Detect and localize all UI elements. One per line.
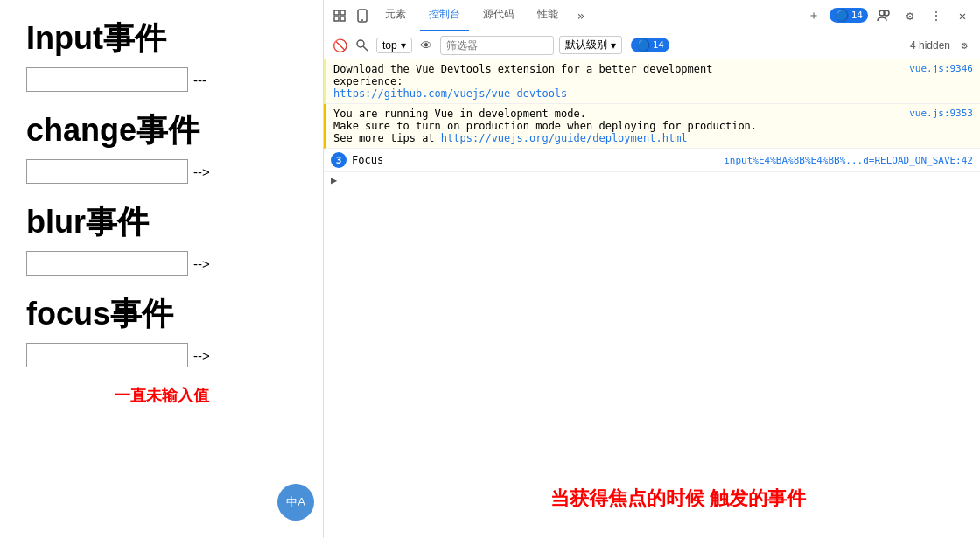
left-panel: Input事件 --- change事件 --> blur事件 --> focu… <box>0 0 324 538</box>
focus-popup-text: 当获得焦点的时候 触发的事件 <box>394 486 962 512</box>
svg-rect-1 <box>340 10 345 15</box>
add-tab-icon[interactable]: ＋ <box>803 5 824 26</box>
svg-point-5 <box>361 19 363 21</box>
console-toolbar: 🚫 top ▾ 👁 默认级别 ▾ 🔵 14 4 hidden ⚙ <box>324 31 980 59</box>
error-count: 14 <box>851 10 863 21</box>
input-event-input[interactable] <box>26 67 188 92</box>
vue-prod-msg-content: You are running Vue in development mode.… <box>333 108 973 144</box>
vue-prod-msg-text: You are running Vue in development mode.… <box>333 108 757 144</box>
blur-event-output: --> <box>193 256 210 271</box>
blur-event-row: --> <box>26 251 297 276</box>
tab-performance[interactable]: 性能 <box>528 0 567 31</box>
filter-input[interactable] <box>440 36 554 55</box>
tab-source[interactable]: 源代码 <box>474 0 523 31</box>
tab-console[interactable]: 控制台 <box>420 0 469 31</box>
level-selector[interactable]: 默认级别 ▾ <box>559 36 622 54</box>
console-msg-focus: 3 Focus input%E4%BA%8B%E4%BB%...d=RELOAD… <box>324 149 980 172</box>
level-dropdown-icon: ▾ <box>611 39 616 52</box>
focus-event-row: --> <box>26 343 297 367</box>
change-event-row: --> <box>26 159 297 184</box>
svg-rect-0 <box>334 10 339 15</box>
svg-rect-3 <box>340 17 345 21</box>
change-event-output: --> <box>193 164 210 179</box>
settings-icon[interactable]: ⚙ <box>900 5 920 26</box>
clear-console-icon[interactable]: 🚫 <box>331 37 348 54</box>
console-msg-vue-prod: You are running Vue in development mode.… <box>324 104 980 149</box>
translate-button[interactable]: 中A <box>277 484 314 521</box>
devtools-toolbar: 元素 控制台 源代码 性能 » ＋ 🔵 14 ⚙ ⋮ ✕ <box>324 0 980 31</box>
focus-event-output: --> <box>193 348 210 363</box>
vue-prod-msg-row: You are running Vue in development mode.… <box>333 108 973 144</box>
context-value: top <box>382 39 397 52</box>
svg-rect-2 <box>334 17 339 21</box>
profiles-icon[interactable] <box>873 5 894 26</box>
bottom-note: 一直未输入值 <box>26 385 297 406</box>
devtools-panel: 元素 控制台 源代码 性能 » ＋ 🔵 14 ⚙ ⋮ ✕ 🚫 <box>324 0 980 538</box>
blur-event-input[interactable] <box>26 251 188 276</box>
filter-icon[interactable] <box>354 37 371 54</box>
context-dropdown-icon: ▾ <box>401 39 406 52</box>
focus-event-title: focus事件 <box>26 293 297 336</box>
error-badge: 🔵 14 <box>830 8 868 23</box>
input-event-output: --- <box>193 73 206 87</box>
inspect-icon[interactable] <box>331 7 348 24</box>
blur-event-section: blur事件 --> <box>26 201 297 276</box>
vue-devtools-file[interactable]: vue.js:9346 <box>909 63 973 100</box>
input-event-title: Input事件 <box>26 17 297 60</box>
vue-prod-link[interactable]: https://vuejs.org/guide/deployment.html <box>441 132 688 144</box>
console-content: Download the Vue Devtools extension for … <box>324 59 980 538</box>
vue-devtools-msg-row: Download the Vue Devtools extension for … <box>333 63 973 100</box>
vue-prod-file[interactable]: vue.js:9353 <box>909 108 973 144</box>
vue-devtools-msg-text: Download the Vue Devtools extension for … <box>333 63 712 100</box>
svg-point-8 <box>357 40 364 47</box>
blur-event-title: blur事件 <box>26 201 297 244</box>
input-event-section: Input事件 --- <box>26 17 297 92</box>
console-error-count: 14 <box>653 39 664 51</box>
console-error-badge: 🔵 14 <box>631 38 669 52</box>
close-icon[interactable]: ✕ <box>952 5 973 26</box>
more-options-icon[interactable]: ⋮ <box>926 5 947 26</box>
expand-arrow[interactable]: ▶ <box>324 172 980 188</box>
mobile-icon[interactable] <box>354 7 371 24</box>
change-event-section: change事件 --> <box>26 109 297 184</box>
input-event-row: --- <box>26 67 297 92</box>
focus-file-link[interactable]: input%E4%BA%8B%E4%BB%...d=RELOAD_ON_SAVE… <box>724 155 973 166</box>
vue-devtools-msg-content: Download the Vue Devtools extension for … <box>333 63 973 100</box>
focus-label: Focus <box>352 154 383 166</box>
vue-devtools-link[interactable]: https://github.com/vuejs/vue-devtools <box>333 87 567 100</box>
more-tabs-icon[interactable]: » <box>572 7 590 24</box>
change-event-title: change事件 <box>26 109 297 152</box>
console-settings-icon[interactable]: ⚙ <box>956 37 973 54</box>
context-selector[interactable]: top ▾ <box>376 38 412 53</box>
console-msg-vue-devtools: Download the Vue Devtools extension for … <box>324 59 980 104</box>
focus-event-input[interactable] <box>26 343 188 367</box>
change-event-input[interactable] <box>26 159 188 184</box>
eye-icon[interactable]: 👁 <box>417 37 435 54</box>
focus-count-badge: 3 <box>331 152 346 168</box>
svg-line-9 <box>363 46 368 51</box>
hidden-count: 4 hidden <box>910 39 950 52</box>
level-value: 默认级别 <box>565 38 607 52</box>
tab-elements[interactable]: 元素 <box>376 0 415 31</box>
focus-event-section: focus事件 --> 一直未输入值 <box>26 293 297 406</box>
